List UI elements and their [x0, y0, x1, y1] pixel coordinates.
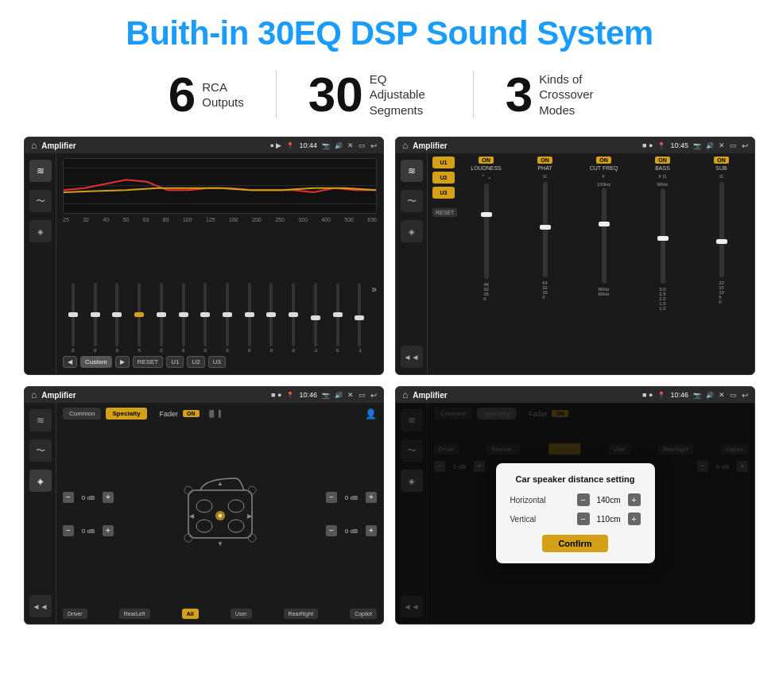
fr-minus[interactable]: − — [326, 492, 337, 503]
loudness-arrows: ⌃⌄ — [481, 174, 492, 180]
copilot-btn[interactable]: Copilot — [350, 609, 377, 619]
cutfreq-thumb[interactable] — [599, 222, 610, 226]
sub-g: G — [719, 174, 723, 179]
svg-point-4 — [228, 520, 244, 532]
all-btn[interactable]: All — [182, 609, 199, 619]
back-icon-3[interactable] — [370, 391, 377, 400]
eq-thumb-12[interactable] — [333, 312, 343, 317]
rr-minus[interactable]: − — [326, 525, 337, 536]
fl-plus[interactable]: + — [103, 492, 114, 503]
u3-btn[interactable]: U3 — [208, 356, 226, 368]
eq-thumb-3[interactable] — [134, 312, 144, 317]
stat-eq: 30 EQ AdjustableSegments — [277, 70, 473, 119]
eq-thumb-5[interactable] — [179, 312, 188, 317]
xover-vol-btn[interactable]: ◄◄ — [401, 346, 423, 368]
specialty-mode-btn[interactable]: Specialty — [106, 408, 146, 420]
xover-wave-btn[interactable] — [401, 190, 423, 212]
spk-btn[interactable] — [29, 220, 52, 242]
close-icon-4: ✕ — [719, 391, 725, 399]
eq-thumb-11[interactable] — [311, 315, 320, 320]
eq-thumb-2[interactable] — [112, 312, 122, 317]
eq-thumb-0[interactable] — [68, 312, 78, 317]
rl-plus[interactable]: + — [103, 525, 114, 536]
page-wrapper: Buith-in 30EQ DSP Sound System 6 RCAOutp… — [0, 0, 779, 640]
eq-thumb-8[interactable] — [245, 312, 254, 317]
common-mode-btn[interactable]: Common — [63, 408, 101, 420]
loudness-thumb[interactable] — [481, 212, 492, 217]
phat-slider[interactable] — [543, 182, 548, 277]
sub-thumb[interactable] — [716, 239, 727, 244]
preset-u1[interactable]: U1 — [432, 157, 455, 168]
rr-plus[interactable]: + — [366, 525, 377, 536]
home-icon-1[interactable] — [31, 140, 37, 151]
preset-u2[interactable]: U2 — [432, 172, 455, 184]
preset-u3[interactable]: U3 — [432, 187, 455, 199]
on-bass[interactable]: ON — [655, 157, 670, 164]
horizontal-minus[interactable]: − — [577, 493, 590, 506]
phat-thumb[interactable] — [540, 225, 551, 230]
bass-slider[interactable] — [661, 188, 665, 284]
custom-btn[interactable]: Custom — [80, 356, 112, 368]
svg-point-13 — [184, 534, 192, 542]
xover-spk-btn[interactable] — [401, 220, 423, 242]
u1-btn[interactable]: U1 — [166, 356, 184, 368]
eq-thumb-7[interactable] — [223, 312, 232, 317]
on-loudness[interactable]: ON — [479, 157, 494, 164]
home-icon-2[interactable] — [402, 140, 408, 151]
vertical-plus[interactable]: + — [628, 512, 641, 525]
f-eq-btn[interactable] — [29, 409, 52, 431]
back-icon-1[interactable] — [370, 141, 377, 150]
horizontal-plus[interactable]: + — [628, 493, 641, 506]
f-spk-btn[interactable] — [29, 470, 52, 492]
fl-minus[interactable]: − — [63, 492, 74, 503]
play-btn[interactable]: ▶ — [115, 356, 130, 368]
freq-25: 25 — [63, 217, 69, 222]
eq-btn[interactable] — [29, 160, 52, 182]
on-phat[interactable]: ON — [537, 157, 552, 164]
fader-on-badge[interactable]: ON — [183, 410, 200, 417]
svg-text:▶: ▶ — [247, 512, 253, 520]
camera-icon-2 — [693, 141, 701, 149]
rear-left-btn[interactable]: RearLeft — [119, 609, 150, 619]
eq-thumb-13[interactable] — [355, 315, 364, 320]
eq-thumb-4[interactable] — [157, 312, 166, 317]
on-sub[interactable]: ON — [714, 157, 729, 164]
eq-slider-13: -1 — [350, 283, 370, 353]
fr-plus[interactable]: + — [366, 492, 377, 503]
bass-thumb[interactable] — [657, 236, 669, 241]
xover-reset-btn[interactable]: RESET — [432, 208, 457, 217]
home-icon-3[interactable] — [31, 389, 37, 400]
eq-thumb-6[interactable] — [200, 312, 210, 317]
eq-slider-5: 0 — [173, 283, 194, 353]
rear-right-btn[interactable]: RearRight — [284, 609, 319, 619]
rl-minus[interactable]: − — [63, 525, 74, 536]
back-icon-4[interactable] — [742, 391, 748, 400]
prev-btn[interactable]: ◀ — [63, 356, 77, 368]
on-cutfreq[interactable]: ON — [596, 157, 611, 164]
settings-icon[interactable]: 👤 — [365, 408, 377, 420]
confirm-button[interactable]: Confirm — [542, 535, 607, 552]
more-icon[interactable]: » — [371, 284, 377, 295]
eq-thumb-10[interactable] — [289, 312, 298, 317]
back-icon-2[interactable] — [742, 141, 748, 150]
cutfreq-slider[interactable] — [602, 188, 607, 284]
sub-slider[interactable] — [719, 182, 724, 277]
eq-thumb-1[interactable] — [91, 312, 100, 317]
f-wave-btn[interactable] — [29, 439, 52, 462]
wave-btn[interactable] — [29, 190, 52, 212]
reset-btn[interactable]: RESET — [133, 356, 164, 368]
bass-fg: F G — [659, 174, 667, 179]
vertical-minus[interactable]: − — [577, 512, 590, 525]
u2-btn[interactable]: U2 — [187, 356, 204, 368]
volume-icon-4 — [706, 391, 714, 399]
svg-point-1 — [196, 500, 212, 512]
xover-eq-btn[interactable] — [401, 160, 423, 182]
time-2: 10:45 — [670, 141, 688, 149]
user-btn[interactable]: User — [231, 609, 252, 619]
home-icon-4[interactable] — [402, 389, 408, 400]
driver-btn[interactable]: Driver — [63, 609, 87, 619]
eq-thumb-9[interactable] — [266, 312, 276, 317]
xover-eq-icon — [408, 165, 416, 176]
loudness-slider[interactable] — [484, 184, 489, 279]
f-vol-btn[interactable]: ◄◄ — [29, 595, 52, 617]
